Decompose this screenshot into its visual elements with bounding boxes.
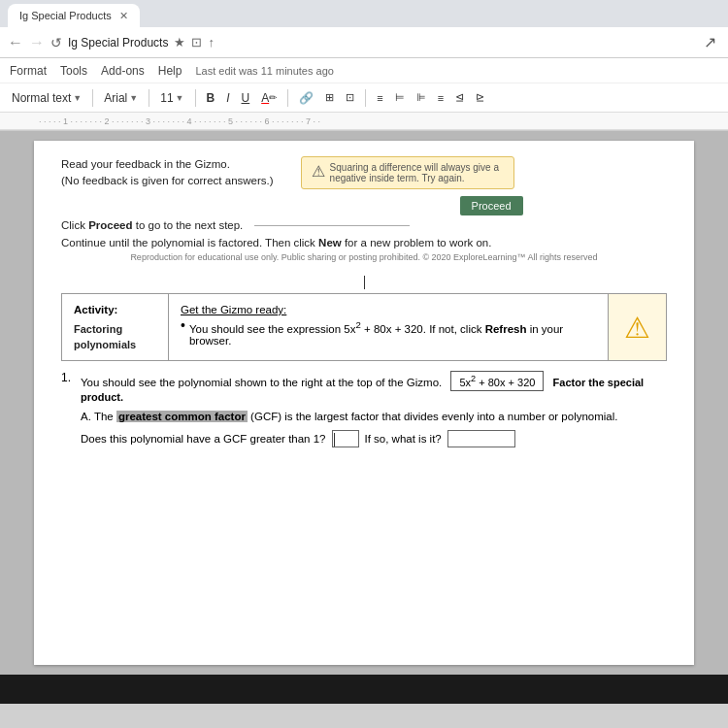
sep2: [149, 89, 149, 107]
gcf-cursor: [334, 433, 335, 447]
bottom-bar: [0, 675, 728, 704]
menu-addons[interactable]: Add-ons: [101, 64, 145, 78]
font-label: Arial: [104, 91, 127, 105]
style-dropdown[interactable]: Normal text ▼: [8, 89, 85, 107]
gcf-answer-input[interactable]: [332, 430, 359, 447]
click-proceed-section: Click Proceed to go to the next step.: [61, 219, 667, 231]
size-label: 11: [160, 91, 173, 105]
menu-format[interactable]: Format: [10, 64, 47, 78]
copyright-text: Reproduction for educational use only. P…: [61, 252, 667, 262]
tab-bar: Ig Special Products ✕: [0, 0, 728, 27]
size-dropdown[interactable]: 11 ▼: [156, 89, 187, 107]
page-title: Ig Special Products: [68, 36, 168, 50]
activity-subject2: polynomials: [74, 339, 156, 350]
activity-right-col: ⚠: [608, 294, 666, 360]
feedback-line1: Read your feedback in the Gizmo.: [61, 156, 274, 173]
indent4-button[interactable]: ⊵: [472, 89, 488, 106]
browser-chrome: Ig Special Products ✕ ← → ↺ Ig Special P…: [0, 0, 728, 131]
activity-table: Activity: Factoring polynomials Get the …: [61, 293, 667, 361]
tab-close-icon[interactable]: ✕: [119, 10, 128, 22]
tab-label: Ig Special Products: [19, 10, 112, 21]
bullet-text: You should see the expression 5x2 + 80x …: [189, 319, 596, 347]
font-caret: ▼: [129, 93, 138, 103]
gcf-text-prefix: The: [94, 411, 116, 422]
image-button[interactable]: ⊞: [321, 89, 338, 106]
docs-menubar: Format Tools Add-ons Help Last edit was …: [0, 58, 728, 83]
feedback-line2: (No feedback is given for correct answer…: [61, 173, 274, 189]
menu-tools[interactable]: Tools: [60, 64, 87, 78]
star-icon[interactable]: ★: [174, 35, 185, 50]
warning-bubble: ⚠ Squaring a difference will always give…: [301, 156, 514, 189]
bullet-icon: •: [181, 317, 185, 333]
gcf-question-text: Does this polynomial have a GCF greater …: [81, 433, 326, 445]
get-ready-label: Get the Gizmo ready:: [181, 304, 596, 315]
size-caret: ▼: [176, 93, 184, 103]
forward-icon[interactable]: →: [29, 34, 45, 51]
problem-description: You should see the polynomial shown to t…: [81, 377, 442, 388]
expression-box: 5x2 + 80x + 320: [450, 371, 544, 391]
problem-content: You should see the polynomial shown to t…: [81, 371, 667, 403]
refresh-icon[interactable]: ↺: [50, 35, 62, 50]
title-bar: ← → ↺ Ig Special Products ★ ⊡ ↑ ↗: [0, 27, 728, 58]
sep3: [195, 89, 196, 107]
external-nav-icon[interactable]: ↗: [704, 33, 716, 51]
continue-section: Continue until the polynomial is factore…: [61, 237, 667, 248]
gcf-letter-row: A. The greatest common factor (GCF) is t…: [81, 411, 667, 422]
sep4: [287, 89, 288, 107]
activity-bullet: • You should see the expression 5x2 + 80…: [181, 319, 596, 347]
doc-area: Read your feedback in the Gizmo. (No fee…: [0, 131, 728, 675]
color-button[interactable]: A ✏: [257, 89, 281, 107]
align-left-button[interactable]: ≡: [373, 90, 386, 106]
gcf-question-row: Does this polynomial have a GCF greater …: [81, 430, 667, 447]
activity-subject1: Factoring: [74, 323, 156, 335]
warning-triangle-icon2: ⚠: [624, 311, 650, 345]
text-cursor: [364, 276, 365, 289]
gcf-abbr: (GCF): [250, 411, 281, 422]
menu-help[interactable]: Help: [158, 64, 182, 78]
numbered-section: 1. You should see the polynomial shown t…: [61, 371, 667, 447]
gcf-line2: is the largest factor that divides evenl…: [284, 411, 617, 422]
problem-row: 1. You should see the polynomial shown t…: [61, 371, 667, 403]
activity-center-col: Get the Gizmo ready: • You should see th…: [169, 294, 608, 360]
indent2-button[interactable]: ≡: [434, 90, 447, 106]
share-icon[interactable]: ↑: [208, 35, 215, 50]
italic-button[interactable]: I: [222, 89, 233, 107]
underline-button[interactable]: U: [238, 89, 254, 107]
sep5: [365, 89, 366, 107]
proceed-button[interactable]: Proceed: [460, 196, 523, 215]
page: Read your feedback in the Gizmo. (No fee…: [34, 141, 694, 665]
insert-button[interactable]: ⊡: [342, 89, 358, 106]
format-toolbar: Normal text ▼ Arial ▼ 11 ▼ B I U A ✏ 🔗: [0, 83, 728, 113]
back-icon[interactable]: ←: [8, 34, 23, 51]
gcf-section: A. The greatest common factor (GCF) is t…: [81, 411, 667, 447]
gcf-value-input[interactable]: [447, 430, 515, 447]
sep1: [92, 89, 93, 107]
ruler: · · · · · 1 · · · · · · · 2 · · · · · · …: [0, 113, 728, 130]
indent-button[interactable]: ⊨: [391, 89, 409, 106]
font-dropdown[interactable]: Arial ▼: [100, 89, 142, 107]
indent3-button[interactable]: ⊴: [451, 89, 468, 106]
link-button[interactable]: 🔗: [295, 89, 317, 107]
warning-triangle-icon: ⚠: [312, 162, 325, 181]
activity-label: Activity:: [74, 304, 156, 315]
continue-main-text: Continue until the polynomial is factore…: [61, 237, 491, 248]
activity-left-col: Activity: Factoring polynomials: [62, 294, 169, 360]
click-proceed-text: Click Proceed to go to the next step.: [61, 219, 243, 231]
link-icon: 🔗: [299, 91, 314, 105]
last-edit-label: Last edit was 11 minutes ago: [195, 65, 333, 77]
list-button[interactable]: ⊫: [413, 89, 430, 106]
pencil-icon: ✏: [269, 92, 277, 103]
expression-text: 5x2 + 80x + 320: [459, 377, 535, 388]
style-label: Normal text: [12, 91, 71, 105]
cursor-area: [61, 276, 667, 290]
style-caret: ▼: [73, 93, 82, 103]
warning-text: Squaring a difference will always give a…: [330, 162, 504, 183]
gcf-letter-label: A.: [81, 411, 91, 422]
bookmark-icon[interactable]: ⊡: [191, 35, 202, 50]
gcf-highlight: greatest common factor: [116, 411, 248, 422]
problem-number: 1.: [61, 371, 75, 384]
if-so-text: If so, what is it?: [365, 433, 442, 445]
active-tab[interactable]: Ig Special Products ✕: [8, 4, 140, 27]
bold-button[interactable]: B: [203, 89, 219, 107]
feedback-section: Read your feedback in the Gizmo. (No fee…: [61, 156, 667, 190]
